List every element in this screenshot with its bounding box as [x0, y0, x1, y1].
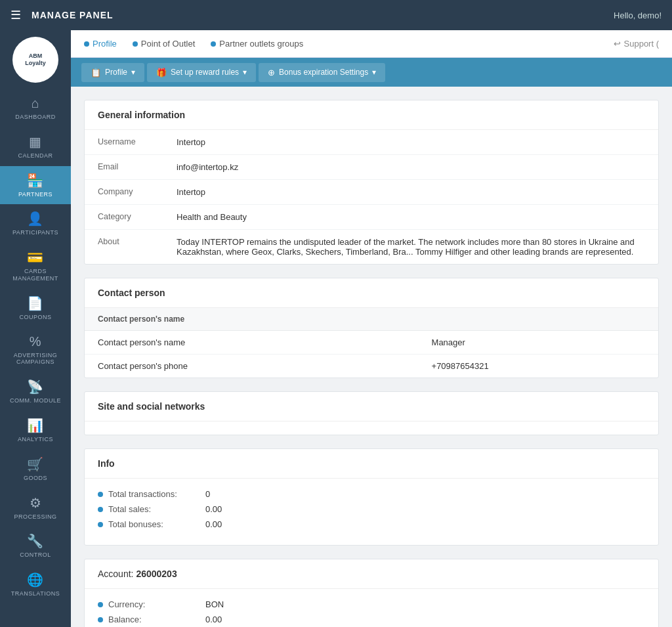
participants-icon: 👤	[27, 211, 44, 227]
contact-name-value: Manager	[419, 331, 658, 355]
item-label: Total sales:	[108, 504, 200, 514]
contact-person-title: Contact person	[85, 278, 658, 308]
hamburger-menu[interactable]: ☰	[10, 8, 21, 22]
support-icon: ↩	[614, 39, 621, 49]
bullet-icon	[98, 617, 103, 622]
list-item: Total sales: 0.00	[98, 504, 645, 514]
sidebar-item-goods[interactable]: 🛒 GOODS	[0, 450, 71, 488]
field-label: About	[85, 230, 163, 265]
contact-person-section: Contact person Contact person's name Con…	[84, 278, 659, 378]
nav-partner-label: Partner outlets groups	[219, 39, 303, 49]
table-row: Username Intertop	[85, 130, 658, 155]
nav-dot	[84, 41, 89, 47]
cards-icon: 💳	[27, 249, 44, 265]
item-label: Total bonuses:	[108, 519, 200, 529]
nav-profile[interactable]: Profile	[84, 39, 117, 49]
contact-table: Contact person's name Contact person's n…	[85, 308, 658, 378]
tab-chevron3: ▾	[372, 68, 376, 77]
control-icon: 🔧	[27, 533, 44, 549]
field-label: Username	[85, 130, 163, 155]
field-label: Category	[85, 205, 163, 230]
tab-profile-label: Profile	[105, 68, 127, 77]
sidebar-item-label: ANALYTICS	[18, 436, 53, 443]
table-row: Category Health and Beauty	[85, 205, 658, 230]
sidebar-item-label: DASHBOARD	[15, 114, 56, 121]
logo: ABMLoyalty	[12, 37, 58, 83]
nav-profile-label: Profile	[93, 39, 117, 49]
table-row: Contact person's phone +70987654321	[85, 355, 658, 378]
account-number: 26000203	[136, 569, 177, 579]
sidebar-item-calendar[interactable]: ▦ CALENDAR	[0, 127, 71, 166]
goods-icon: 🛒	[27, 456, 44, 472]
tab-bonus-label: Bonus expiration Settings	[279, 68, 368, 77]
sidebar-item-label: CONTROL	[20, 551, 51, 559]
sidebar-item-label: PROCESSING	[14, 513, 56, 521]
info-list: Total transactions: 0 Total sales: 0.00 …	[85, 479, 658, 545]
account-title: Account: 26000203	[85, 559, 658, 589]
app-title: MANAGE PANEL	[32, 10, 614, 20]
profile-tab-icon: 📋	[91, 68, 101, 77]
account-section: Account: 26000203 Currency: BON Balance:…	[84, 559, 659, 627]
field-value: info@intertop.kz	[163, 155, 658, 180]
nav-dot	[211, 41, 216, 47]
comm-icon: 📡	[27, 379, 44, 395]
item-label: Balance:	[108, 615, 200, 624]
sidebar-item-comm[interactable]: 📡 COMM. MODULE	[0, 372, 71, 411]
tab-chevron: ▾	[131, 68, 135, 77]
list-item: Total transactions: 0	[98, 489, 645, 499]
partners-icon: 🏪	[27, 173, 44, 188]
tab-bonus-expiration[interactable]: ⊕ Bonus expiration Settings ▾	[259, 63, 385, 82]
nav-partner-outlets[interactable]: Partner outlets groups	[211, 39, 303, 49]
table-row: Email info@intertop.kz	[85, 155, 658, 180]
tab-reward-rules[interactable]: 🎁 Set up reward rules ▾	[147, 63, 256, 82]
item-value: 0.00	[205, 615, 222, 624]
advertising-icon: %	[30, 334, 41, 349]
item-label: Total transactions:	[108, 489, 200, 499]
tab-reward-label: Set up reward rules	[171, 68, 239, 77]
site-social-section: Site and social networks	[84, 391, 659, 435]
sidebar-item-dashboard[interactable]: ⌂ DASHBOARD	[0, 89, 71, 127]
item-value: 0.00	[205, 519, 222, 529]
item-value: 0	[205, 489, 210, 499]
bullet-icon	[98, 602, 103, 607]
tab-profile[interactable]: 📋 Profile ▾	[81, 63, 144, 82]
info-section: Info Total transactions: 0 Total sales: …	[84, 448, 659, 546]
item-value: BON	[205, 599, 224, 609]
nav-support[interactable]: ↩ Support (	[614, 39, 659, 49]
processing-icon: ⚙	[30, 495, 42, 511]
col-header-name: Contact person's name	[85, 308, 419, 331]
sidebar-item-label: PARTNERS	[18, 191, 52, 198]
calendar-icon: ▦	[29, 134, 42, 150]
sidebar-item-processing[interactable]: ⚙ PROCESSING	[0, 488, 71, 527]
nav-point-of-outlet[interactable]: Point of Outlet	[133, 39, 195, 49]
sidebar-item-translations[interactable]: 🌐 TRANSLATIONS	[0, 565, 71, 604]
list-item: Balance: 0.00	[98, 615, 645, 624]
item-label: Currency:	[108, 599, 200, 609]
sidebar-item-participants[interactable]: 👤 PARTICIPANTS	[0, 204, 71, 243]
sidebar-item-label: PARTICIPANTS	[12, 229, 58, 236]
sidebar-item-label: ADVERTISING CAMPAIGNS	[3, 352, 68, 366]
account-list: Currency: BON Balance: 0.00 Accumulated …	[85, 589, 658, 627]
table-row: Contact person's name Manager	[85, 331, 658, 355]
sidebar-item-label: COUPONS	[19, 314, 51, 321]
sidebar-item-cards[interactable]: 💳 CARDS MANAGEMENT	[0, 243, 71, 289]
field-value: Intertop	[163, 130, 658, 155]
sidebar-item-advertising[interactable]: % ADVERTISING CAMPAIGNS	[0, 328, 71, 373]
tab-bar: 📋 Profile ▾ 🎁 Set up reward rules ▾ ⊕ Bo…	[71, 58, 672, 87]
translations-icon: 🌐	[27, 572, 44, 588]
field-value: Intertop	[163, 180, 658, 205]
field-value: Health and Beauty	[163, 205, 658, 230]
table-header-row: Contact person's name	[85, 308, 658, 331]
secondary-nav: Profile Point of Outlet Partner outlets …	[71, 30, 672, 58]
list-item: Currency: BON	[98, 599, 645, 609]
reward-tab-icon: 🎁	[156, 68, 167, 77]
coupons-icon: 📄	[27, 295, 44, 311]
bullet-icon	[98, 507, 103, 512]
sidebar-item-analytics[interactable]: 📊 ANALYTICS	[0, 411, 71, 450]
sidebar-item-partners[interactable]: 🏪 PARTNERS	[0, 166, 71, 205]
sidebar-item-control[interactable]: 🔧 CONTROL	[0, 527, 71, 565]
sidebar-item-coupons[interactable]: 📄 COUPONS	[0, 289, 71, 328]
table-row: About Today INTERTOP remains the undispu…	[85, 230, 658, 265]
nav-point-label: Point of Outlet	[141, 39, 195, 49]
contact-name-label: Contact person's name	[85, 331, 419, 355]
